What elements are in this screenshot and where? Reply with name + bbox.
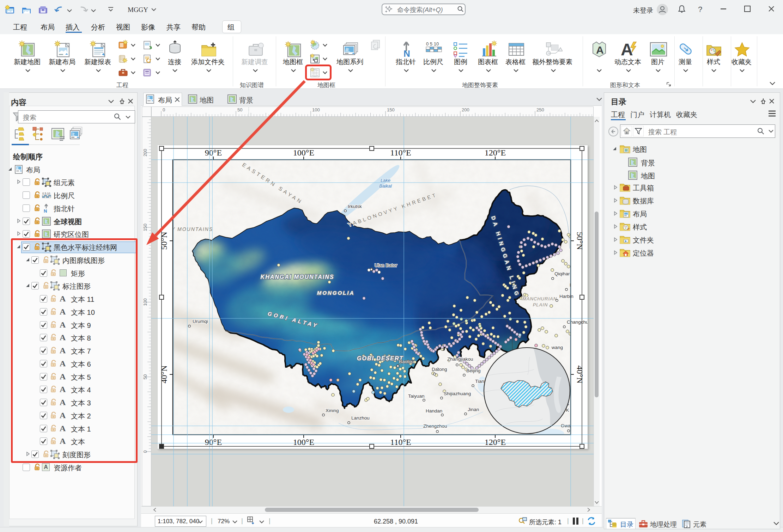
- svg-text:40°N: 40°N: [575, 366, 584, 384]
- svg-text:Changchun: Changchun: [567, 319, 588, 325]
- svg-text:wang: wang: [551, 345, 563, 350]
- svg-text:MANCHURIAN: MANCHURIAN: [522, 296, 557, 301]
- svg-text:Baotou: Baotou: [399, 359, 414, 364]
- svg-text:0: 0: [163, 107, 165, 112]
- svg-text:Lanzhou: Lanzhou: [351, 415, 370, 421]
- svg-text:200: 200: [142, 149, 148, 157]
- svg-text:Handan: Handan: [426, 408, 442, 414]
- svg-text:A: A: [621, 41, 633, 57]
- svg-text:A: A: [596, 44, 604, 56]
- svg-text:0 5 10: 0 5 10: [42, 192, 50, 195]
- svg-text:MONGOLIA: MONGOLIA: [317, 290, 355, 296]
- svg-text:150: 150: [387, 107, 395, 112]
- svg-text:110°E: 110°E: [390, 438, 411, 447]
- svg-text:Ulan Bator: Ulan Bator: [375, 263, 397, 268]
- svg-text:50°N: 50°N: [159, 232, 169, 250]
- svg-text:50: 50: [237, 107, 242, 112]
- svg-text:Beijing: Beijing: [466, 368, 481, 373]
- svg-text:GOBI DESERT: GOBI DESERT: [357, 355, 403, 361]
- svg-text:150: 150: [142, 224, 148, 231]
- svg-text:Zhangjiakou: Zhangjiakou: [447, 356, 473, 362]
- svg-text:Zhengzhou: Zhengzhou: [423, 423, 447, 429]
- svg-text:Xining: Xining: [326, 408, 339, 413]
- svg-text:PLAIN: PLAIN: [533, 302, 548, 307]
- svg-text:Baikal: Baikal: [379, 183, 392, 189]
- svg-text:KHANGAI MOUNTAINS: KHANGAI MOUNTAINS: [261, 274, 334, 280]
- svg-text:200: 200: [462, 107, 469, 112]
- svg-text:120°E: 120°E: [485, 438, 506, 447]
- svg-text:0: 0: [142, 450, 148, 453]
- svg-text:100°E: 100°E: [293, 438, 314, 447]
- svg-text:Daging: Daging: [570, 282, 585, 288]
- svg-text:Jinan: Jinan: [468, 407, 479, 412]
- svg-text:100°E: 100°E: [293, 148, 314, 157]
- svg-text:Taiyuan: Taiyuan: [408, 393, 425, 399]
- svg-text:50°N: 50°N: [575, 232, 584, 250]
- svg-text:0 5 10: 0 5 10: [426, 41, 439, 47]
- svg-text:100: 100: [312, 107, 320, 112]
- svg-text:N: N: [403, 48, 410, 57]
- svg-text:110°E: 110°E: [390, 148, 411, 157]
- svg-text:90°E: 90°E: [205, 148, 222, 157]
- svg-text:90°E: 90°E: [205, 438, 222, 447]
- svg-text:Irkutsk: Irkutsk: [348, 204, 362, 209]
- svg-text:120°E: 120°E: [485, 148, 506, 157]
- svg-text:Qiqihar: Qiqihar: [554, 271, 570, 276]
- svg-text:100: 100: [142, 298, 148, 306]
- svg-text:40°N: 40°N: [159, 366, 169, 384]
- svg-text:Gwan: Gwan: [561, 423, 573, 428]
- svg-text:N: N: [44, 208, 47, 213]
- svg-text:Datong: Datong: [432, 367, 447, 372]
- svg-text:Y MOUNTAINS: Y MOUNTAINS: [171, 226, 213, 232]
- svg-text:Daging: Daging: [570, 282, 585, 288]
- svg-text:Shijiazhuang: Shijiazhuang: [444, 391, 471, 396]
- svg-text:Harbin: Harbin: [559, 294, 573, 299]
- svg-text:50: 50: [142, 374, 148, 379]
- svg-text:Urumqi: Urumqi: [193, 319, 208, 324]
- svg-text:250: 250: [536, 107, 544, 112]
- svg-text:Lake: Lake: [381, 178, 390, 183]
